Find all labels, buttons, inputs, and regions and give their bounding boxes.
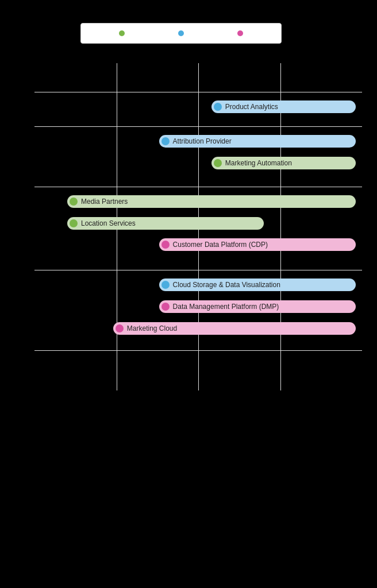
legend-dot-green xyxy=(119,30,125,36)
timeline-chart: Product Analytics Attribution Provider M… xyxy=(34,63,362,390)
bar-label-marketing-automation: Marketing Automation xyxy=(225,159,292,167)
bar-label-cdp: Customer Data Platform (CDP) xyxy=(173,241,268,249)
bar-attribution: Attribution Provider xyxy=(159,135,356,148)
bar-cdp: Customer Data Platform (CDP) xyxy=(159,238,356,251)
bar-row-cdp: Customer Data Platform (CDP) xyxy=(34,235,362,254)
bar-dot-cloud-storage xyxy=(161,281,170,289)
bar-row-product-analytics: Product Analytics xyxy=(34,98,362,116)
bar-dot-marketing-cloud xyxy=(116,324,124,332)
bar-cloud-storage: Cloud Storage & Data Visualization xyxy=(159,278,356,291)
bar-row-marketing-automation: Marketing Automation xyxy=(34,154,362,172)
bar-label-cloud-storage: Cloud Storage & Data Visualization xyxy=(173,281,280,289)
hline-3 xyxy=(34,187,362,187)
legend-dot-pink xyxy=(237,30,243,36)
bar-dot-product-analytics xyxy=(214,103,222,111)
bar-label-product-analytics: Product Analytics xyxy=(225,103,278,111)
bar-dot-cdp xyxy=(161,241,170,249)
bar-marketing-automation: Marketing Automation xyxy=(211,157,356,169)
bar-dot-dmp xyxy=(161,303,170,311)
hline-1 xyxy=(34,92,362,92)
bar-dot-attribution xyxy=(161,137,170,145)
legend-dot-blue xyxy=(178,30,184,36)
bar-row-location-services: Location Services xyxy=(34,214,362,233)
hline-5 xyxy=(34,350,362,351)
bar-label-marketing-cloud: Marketing Cloud xyxy=(127,324,177,332)
bar-media-partners: Media Partners xyxy=(67,195,356,208)
bar-label-attribution: Attribution Provider xyxy=(173,137,232,145)
bar-row-marketing-cloud: Marketing Cloud xyxy=(34,319,362,338)
bar-product-analytics: Product Analytics xyxy=(211,100,356,113)
bar-row-dmp: Data Management Platform (DMP) xyxy=(34,297,362,316)
hline-2 xyxy=(34,126,362,127)
bar-location-services: Location Services xyxy=(67,217,264,230)
bar-label-location-services: Location Services xyxy=(81,219,136,227)
bar-row-media-partners: Media Partners xyxy=(34,192,362,211)
bar-label-dmp: Data Management Platform (DMP) xyxy=(173,303,279,311)
hline-4 xyxy=(34,270,362,270)
bar-row-cloud-storage: Cloud Storage & Data Visualization xyxy=(34,276,362,294)
bar-label-media-partners: Media Partners xyxy=(81,198,128,206)
bar-row-attribution: Attribution Provider xyxy=(34,132,362,150)
bar-dot-location-services xyxy=(70,219,78,227)
bar-dot-marketing-automation xyxy=(214,159,222,167)
bar-marketing-cloud: Marketing Cloud xyxy=(113,322,356,335)
bar-dmp: Data Management Platform (DMP) xyxy=(159,300,356,313)
bar-dot-media-partners xyxy=(70,198,78,206)
legend-box xyxy=(80,23,282,44)
